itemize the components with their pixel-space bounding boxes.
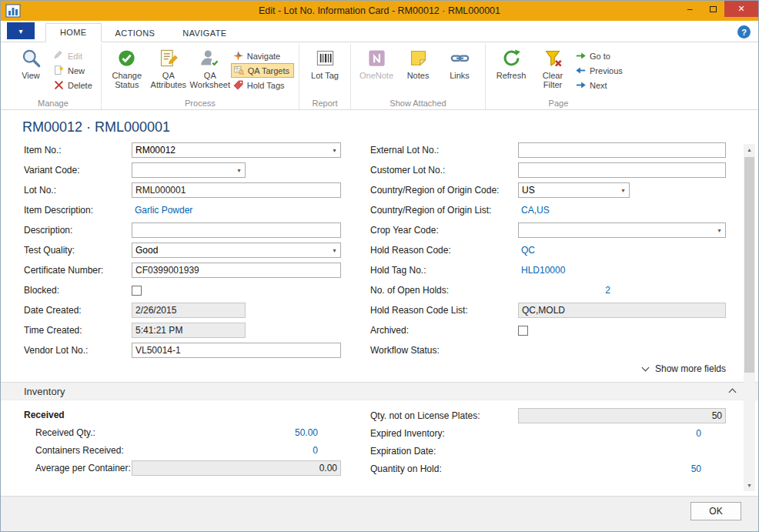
change-status-button[interactable]: Change Status xyxy=(106,45,148,90)
origin-code-label: Country/Region of Origin Code: xyxy=(370,185,518,196)
clear-filter-button[interactable]: Clear Filter xyxy=(532,45,573,90)
general-right-column: External Lot No.: Customer Lot No.: Coun… xyxy=(370,140,726,360)
lot-tag-button[interactable]: Lot Tag xyxy=(304,45,346,81)
chevron-down-icon xyxy=(642,364,650,372)
vendor-lot-no-label: Vendor Lot No.: xyxy=(24,345,132,356)
scrollbar-thumb[interactable] xyxy=(744,157,754,373)
quantity-on-hold-value[interactable]: 50 xyxy=(518,463,701,474)
test-quality-combobox[interactable]: ▾ xyxy=(132,243,341,258)
form-row: Time Created: xyxy=(24,320,341,340)
inventory-left-column: Received Received Qty.: 50.00 Containers… xyxy=(24,407,341,477)
open-holds-value[interactable]: 2 xyxy=(518,285,610,296)
onenote-label: OneNote xyxy=(359,71,393,80)
change-status-icon xyxy=(116,48,137,69)
vendor-lot-no-input[interactable] xyxy=(132,343,341,358)
edit-label: Edit xyxy=(68,52,82,61)
ribbon: View Edit New Delete xyxy=(1,42,758,110)
view-button[interactable]: View xyxy=(10,45,52,81)
chevron-down-icon[interactable]: ▾ xyxy=(714,227,725,234)
containers-received-value[interactable]: 0 xyxy=(132,445,318,456)
hold-tags-button[interactable]: Hold Tags xyxy=(231,78,294,92)
chevron-up-icon xyxy=(729,389,737,396)
navigate-button[interactable]: Navigate xyxy=(231,49,294,63)
show-more-fields-link[interactable]: Show more fields xyxy=(1,360,726,379)
origin-code-combobox[interactable]: ▾ xyxy=(518,182,630,198)
tab-navigate[interactable]: NAVIGATE xyxy=(169,25,240,42)
new-icon xyxy=(53,65,65,76)
time-created-input[interactable] xyxy=(132,323,246,338)
tab-home[interactable]: HOME xyxy=(45,23,102,42)
tab-actions[interactable]: ACTIONS xyxy=(102,25,169,42)
previous-button[interactable]: Previous xyxy=(573,63,627,78)
hold-reason-code-list-input[interactable] xyxy=(518,303,726,318)
qa-worksheet-button[interactable]: QA Worksheet xyxy=(189,45,231,90)
inventory-right-column: Qty. not on License Plates: Expired Inve… xyxy=(370,407,726,477)
origin-list-value[interactable]: CA,US xyxy=(518,205,550,216)
containers-received-label: Containers Received: xyxy=(35,445,132,456)
chevron-down-icon[interactable]: ▾ xyxy=(329,247,340,254)
scroll-up-button[interactable]: ▲ xyxy=(744,144,755,156)
vertical-scrollbar[interactable]: ▲ ▼ xyxy=(744,144,755,491)
test-quality-input[interactable] xyxy=(132,245,329,256)
onenote-button[interactable]: OneNote xyxy=(356,45,397,81)
scroll-down-button[interactable]: ▼ xyxy=(744,480,755,491)
hold-tag-no-value[interactable]: HLD10000 xyxy=(518,265,565,276)
links-button[interactable]: Links xyxy=(439,45,480,81)
certificate-number-input[interactable] xyxy=(132,263,341,278)
application-menu-button[interactable]: ▾ xyxy=(7,22,35,39)
received-qty-value[interactable]: 50.00 xyxy=(132,427,318,438)
hold-reason-code-value[interactable]: QC xyxy=(518,245,535,256)
expiration-date-label: Expiration Date: xyxy=(370,446,518,457)
goto-button[interactable]: Go to xyxy=(573,49,627,63)
date-created-input[interactable] xyxy=(132,303,246,318)
variant-code-input[interactable] xyxy=(132,165,233,176)
archived-checkbox[interactable] xyxy=(518,326,528,336)
blocked-checkbox[interactable] xyxy=(132,286,142,296)
description-input[interactable] xyxy=(132,223,341,238)
chevron-down-icon[interactable]: ▾ xyxy=(233,167,245,174)
ok-button[interactable]: OK xyxy=(690,502,741,520)
close-button[interactable]: ✕ xyxy=(724,1,758,17)
lot-tag-label: Lot Tag xyxy=(311,71,339,80)
qa-worksheet-icon xyxy=(199,48,220,69)
inventory-section-header[interactable]: Inventory xyxy=(1,382,758,400)
origin-code-input[interactable] xyxy=(519,185,617,196)
item-no-combobox[interactable]: ▾ xyxy=(132,142,341,158)
group-label-process: Process xyxy=(106,98,294,109)
chevron-down-icon[interactable]: ▾ xyxy=(617,187,629,194)
form-row: Description: xyxy=(24,220,341,240)
delete-button[interactable]: Delete xyxy=(52,78,96,92)
variant-code-combobox[interactable]: ▾ xyxy=(132,162,246,178)
edit-button[interactable]: Edit xyxy=(52,49,96,63)
refresh-button[interactable]: Refresh xyxy=(490,45,532,81)
qa-targets-button[interactable]: QA Targets xyxy=(231,63,294,78)
expired-inventory-value[interactable]: 0 xyxy=(518,428,701,439)
item-description-value[interactable]: Garlic Powder xyxy=(132,205,192,216)
group-label-show-attached: Show Attached xyxy=(356,98,480,109)
next-button[interactable]: Next xyxy=(573,78,627,92)
chevron-down-icon[interactable]: ▾ xyxy=(329,147,340,154)
item-no-input[interactable] xyxy=(132,145,329,156)
ribbon-tab-row: ▾ HOME ACTIONS NAVIGATE ? xyxy=(1,21,758,42)
crop-year-code-combobox[interactable]: ▾ xyxy=(518,223,726,238)
lot-no-input[interactable] xyxy=(132,182,341,198)
qty-not-on-lp-input[interactable] xyxy=(518,408,726,423)
help-button[interactable]: ? xyxy=(737,25,751,38)
ribbon-group-page: Refresh Clear Filter Go to xyxy=(486,44,631,109)
new-button[interactable]: New xyxy=(52,63,96,78)
test-quality-label: Test Quality: xyxy=(24,245,132,256)
maximize-button[interactable] xyxy=(701,1,724,17)
external-lot-no-input[interactable] xyxy=(518,142,726,158)
item-description-label: Item Description: xyxy=(24,205,132,216)
form-row: Archived: xyxy=(370,320,726,340)
qa-targets-icon xyxy=(233,65,245,76)
avg-per-container-input[interactable] xyxy=(132,460,341,476)
minimize-button[interactable]: – xyxy=(678,1,701,17)
form-row: Vendor Lot No.: xyxy=(24,340,341,360)
qa-attributes-button[interactable]: QA Attributes xyxy=(148,45,189,90)
crop-year-code-input[interactable] xyxy=(519,225,714,236)
customer-lot-no-input[interactable] xyxy=(518,162,726,178)
notes-button[interactable]: Notes xyxy=(397,45,439,81)
refresh-label: Refresh xyxy=(497,71,527,80)
group-label-manage: Manage xyxy=(10,98,96,109)
